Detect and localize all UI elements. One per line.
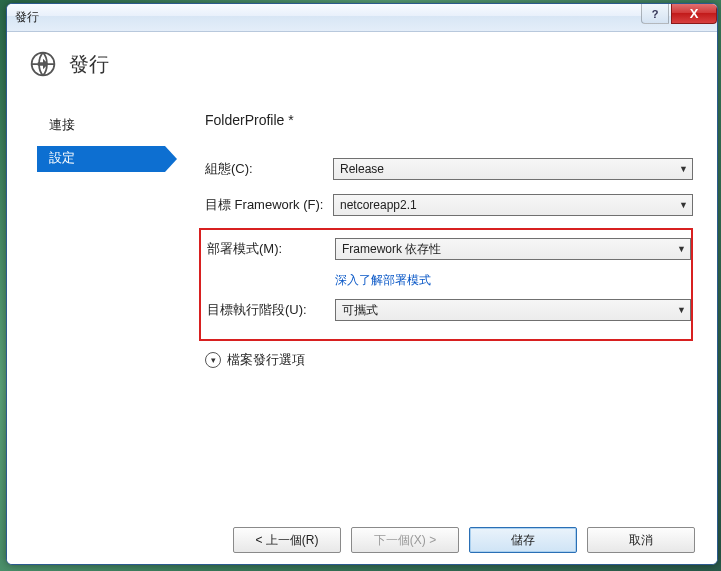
close-button[interactable]: X: [671, 4, 717, 24]
dropdown-value: netcoreapp2.1: [340, 198, 417, 212]
framework-dropdown[interactable]: netcoreapp2.1 ▼: [333, 194, 693, 216]
field-framework: 目標 Framework (F): netcoreapp2.1 ▼: [205, 192, 693, 218]
field-runtime: 目標執行階段(U): 可攜式 ▼: [201, 297, 691, 323]
body: 連接 設定 FolderProfile * 組態(C): Release ▼ 目…: [7, 92, 717, 369]
header: 發行: [7, 32, 717, 92]
configuration-dropdown[interactable]: Release ▼: [333, 158, 693, 180]
sidebar-item-connect[interactable]: 連接: [37, 112, 165, 140]
deployment-dropdown[interactable]: Framework 依存性 ▼: [335, 238, 691, 260]
dialog-content: 發行 連接 設定 FolderProfile * 組態(C): Release …: [7, 32, 717, 565]
window-title: 發行: [15, 9, 39, 26]
footer-buttons: < 上一個(R) 下一個(X) > 儲存 取消: [233, 527, 695, 553]
chevron-down-icon: ▼: [679, 164, 688, 174]
expander-label: 檔案發行選項: [227, 351, 305, 369]
dropdown-value: Framework 依存性: [342, 241, 441, 258]
sidebar-item-label: 連接: [49, 117, 75, 132]
chevron-down-icon: ▼: [677, 305, 686, 315]
framework-label: 目標 Framework (F):: [205, 196, 333, 214]
dropdown-value: Release: [340, 162, 384, 176]
runtime-label: 目標執行階段(U):: [207, 301, 335, 319]
chevron-down-circle-icon: ▾: [205, 352, 221, 368]
window-buttons: ? X: [641, 4, 717, 24]
cancel-button[interactable]: 取消: [587, 527, 695, 553]
profile-title: FolderProfile *: [205, 112, 693, 128]
field-deployment: 部署模式(M): Framework 依存性 ▼: [201, 236, 691, 262]
save-button[interactable]: 儲存: [469, 527, 577, 553]
header-title: 發行: [69, 51, 109, 78]
sidebar-item-settings[interactable]: 設定: [37, 146, 165, 172]
sidebar-item-label: 設定: [49, 149, 75, 167]
prev-button[interactable]: < 上一個(R): [233, 527, 341, 553]
main-panel: FolderProfile * 組態(C): Release ▼ 目標 Fram…: [165, 112, 717, 369]
configuration-label: 組態(C):: [205, 160, 333, 178]
next-button: 下一個(X) >: [351, 527, 459, 553]
publish-icon: [29, 50, 57, 78]
chevron-down-icon: ▼: [679, 200, 688, 210]
titlebar[interactable]: 發行 ? X: [7, 4, 717, 32]
help-button[interactable]: ?: [641, 4, 669, 24]
deployment-learn-more-link[interactable]: 深入了解部署模式: [329, 272, 691, 289]
file-publish-options-expander[interactable]: ▾ 檔案發行選項: [205, 351, 693, 369]
chevron-down-icon: ▼: [677, 244, 686, 254]
sidebar: 連接 設定: [37, 112, 165, 369]
field-configuration: 組態(C): Release ▼: [205, 156, 693, 182]
dropdown-value: 可攜式: [342, 302, 378, 319]
deployment-label: 部署模式(M):: [207, 240, 335, 258]
highlight-box: 部署模式(M): Framework 依存性 ▼ 深入了解部署模式 目標執行階段…: [199, 228, 693, 341]
dialog-window: 發行 ? X 發行 連接 設定 Fold: [6, 3, 718, 565]
runtime-dropdown[interactable]: 可攜式 ▼: [335, 299, 691, 321]
